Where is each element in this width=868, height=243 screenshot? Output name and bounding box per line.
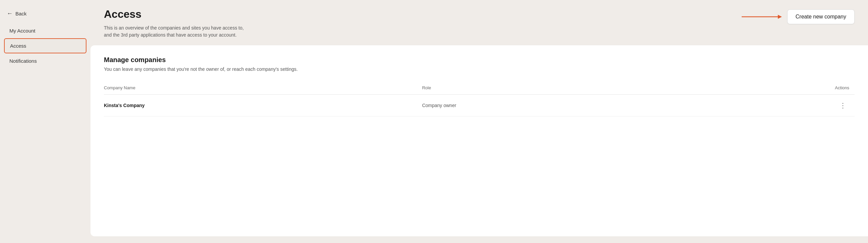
company-role-cell: Company owner [416, 94, 721, 116]
sidebar-item-my-account[interactable]: My Account [4, 24, 87, 37]
back-button[interactable]: ← Back [0, 7, 91, 24]
company-actions-button[interactable]: ⋮ [837, 101, 849, 110]
arrow-icon [742, 14, 782, 20]
col-header-company-name: Company Name [104, 81, 416, 94]
header-left: Access This is an overview of the compan… [104, 8, 244, 38]
table-row: Kinsta's Company Company owner ⋮ [104, 94, 855, 116]
main-content: Access This is an overview of the compan… [91, 0, 868, 243]
sidebar-item-notifications[interactable]: Notifications [4, 54, 87, 68]
sidebar-item-access-label: Access [10, 43, 26, 49]
page-title: Access [104, 8, 244, 21]
sidebar-item-notifications-label: Notifications [9, 58, 37, 64]
manage-companies-title: Manage companies [104, 56, 855, 64]
back-arrow-icon: ← [7, 10, 13, 17]
page-description: This is an overview of the companies and… [104, 25, 244, 38]
company-name-cell: Kinsta's Company [104, 94, 416, 116]
manage-companies-subtitle: You can leave any companies that you're … [104, 66, 855, 72]
sidebar-item-access[interactable]: Access [4, 38, 87, 53]
create-company-button[interactable]: Create new company [787, 9, 855, 24]
page-header: Access This is an overview of the compan… [91, 0, 868, 45]
sidebar-nav: My Account Access Notifications [0, 24, 91, 68]
arrow-indicator [742, 14, 782, 20]
back-label: Back [16, 11, 27, 17]
table-header: Company Name Role Actions [104, 81, 855, 94]
sidebar-item-my-account-label: My Account [9, 28, 35, 33]
companies-table: Company Name Role Actions Kinsta's Compa… [104, 81, 855, 116]
company-actions-cell: ⋮ [721, 94, 855, 116]
sidebar: ← Back My Account Access Notifications [0, 0, 91, 243]
col-header-role: Role [416, 81, 721, 94]
svg-marker-1 [778, 15, 782, 19]
header-right: Create new company [742, 9, 855, 24]
content-area: Manage companies You can leave any compa… [91, 45, 868, 236]
table-body: Kinsta's Company Company owner ⋮ [104, 94, 855, 116]
col-header-actions: Actions [721, 81, 855, 94]
